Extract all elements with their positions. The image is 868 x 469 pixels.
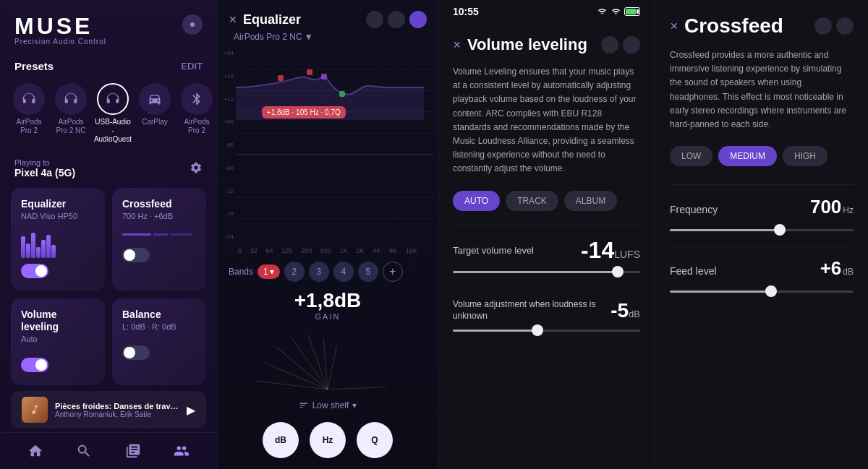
cross-feed-section: Feed level +6dB — [655, 250, 868, 304]
preset-item[interactable]: CarPlay — [137, 83, 173, 144]
preset-item[interactable]: AirPods Pro 2 — [11, 83, 47, 144]
preset-icon-3[interactable] — [139, 83, 171, 115]
preset-icon-2[interactable] — [97, 83, 129, 115]
vol-mode-auto[interactable]: AUTO — [453, 191, 500, 211]
gain-value: +1,8dB — [218, 289, 438, 312]
freq-label: Frequency — [670, 204, 718, 215]
preset-icon-0[interactable] — [13, 83, 45, 115]
band-5-btn[interactable]: 5 — [358, 262, 378, 282]
band-3-btn[interactable]: 3 — [309, 262, 329, 282]
unknown-slider[interactable] — [453, 330, 640, 332]
cross-panel: ✕ Crossfeed Crossfeed provides a more au… — [655, 0, 868, 469]
bands-row: Bands 1 ▾ 2 3 4 5 + — [218, 258, 438, 285]
band-4-btn[interactable]: 4 — [333, 262, 354, 282]
battery-icon — [624, 7, 640, 16]
edit-button[interactable]: EDIT — [181, 61, 203, 72]
nav-library[interactable] — [119, 440, 148, 462]
vol-ctrl-dot-1[interactable] — [601, 36, 618, 53]
svg-line-14 — [276, 340, 328, 390]
feed-thumb[interactable] — [765, 285, 777, 297]
preset-item[interactable]: AirPods Pro 2 NC — [53, 83, 89, 144]
filter-type-arrow[interactable]: ▾ — [352, 400, 357, 410]
cross-panel-title: Crossfeed — [684, 14, 783, 38]
preset-icon-4[interactable] — [181, 83, 213, 115]
vol-card[interactable]: Volume leveling Auto — [11, 298, 105, 385]
cross-mode-low[interactable]: LOW — [670, 146, 712, 166]
crossfeed-card[interactable]: Crossfeed 700 Hz · +6dB — [112, 188, 206, 291]
signal-icon — [597, 7, 608, 16]
presets-label: Presets — [14, 60, 54, 72]
unknown-thumb[interactable] — [532, 324, 543, 336]
band-add-btn[interactable]: + — [383, 262, 403, 282]
svg-rect-9 — [307, 69, 312, 75]
svg-line-23 — [328, 369, 385, 390]
band-2-btn[interactable]: 2 — [284, 262, 305, 282]
cross-card-visual — [122, 228, 196, 242]
vol-divider-2 — [453, 288, 640, 288]
cross-card-subtitle: 700 Hz · +6dB — [122, 212, 196, 220]
eq-close-button[interactable]: ✕ — [229, 14, 237, 25]
freq-slider[interactable] — [670, 229, 854, 231]
svg-line-22 — [328, 359, 386, 390]
play-button[interactable]: ▶ — [187, 403, 195, 417]
cross-description: Crossfeed provides a more authentic and … — [655, 48, 868, 146]
equalizer-card[interactable]: Equalizer NAD Viso HP50 — [11, 188, 105, 291]
cross-freq-section: Frequency 700Hz — [655, 189, 868, 242]
unknown-label-row: Volume adjustment when loudness is unkno… — [453, 299, 640, 322]
vol-toggle[interactable] — [21, 358, 48, 372]
cross-close-button[interactable]: ✕ — [670, 20, 678, 32]
preset-item[interactable]: AirPods Pro 2 — [179, 83, 215, 144]
settings-button[interactable] — [182, 14, 203, 35]
nav-home[interactable] — [21, 440, 50, 462]
eq-toggle[interactable] — [21, 264, 48, 278]
target-value: -14LUFS — [581, 237, 640, 264]
feed-fill — [670, 291, 771, 293]
feed-value-display: +6dB — [820, 257, 854, 280]
balance-toggle[interactable] — [122, 345, 150, 360]
svg-line-20 — [256, 369, 328, 390]
track-thumbnail — [22, 397, 48, 423]
vol-close-button[interactable]: ✕ — [453, 39, 461, 51]
svg-rect-8 — [278, 75, 284, 81]
eq-hz-btn[interactable]: Hz — [310, 422, 346, 458]
svg-line-18 — [315, 345, 349, 390]
band-1-dropdown[interactable]: 1 ▾ — [258, 264, 280, 279]
cross-mode-medium[interactable]: MEDIUM — [718, 146, 777, 166]
eq-ctrl-dot-2[interactable] — [388, 11, 405, 28]
nav-search[interactable] — [69, 440, 98, 462]
eq-ctrl-dot-1[interactable] — [366, 11, 383, 28]
target-slider[interactable] — [453, 271, 640, 273]
vol-card-subtitle: Auto — [21, 335, 95, 343]
balance-card-title: Balance — [122, 309, 196, 321]
wifi-icon — [610, 7, 621, 16]
vol-mode-track[interactable]: TRACK — [506, 191, 558, 211]
vol-ctrl-dot-2[interactable] — [623, 36, 640, 53]
device-settings-button[interactable] — [190, 161, 203, 176]
track-title: Pièces froides: Danses de travers 1 — [55, 402, 179, 410]
cross-ctrl-dot-1[interactable] — [814, 17, 832, 35]
preset-item-active[interactable]: USB-Audio - AudioQuest — [95, 83, 131, 144]
cross-mode-high[interactable]: HIGH — [783, 146, 827, 166]
feed-slider[interactable] — [670, 291, 854, 293]
eq-db-btn[interactable]: dB — [263, 422, 299, 458]
svg-line-12 — [256, 352, 328, 390]
now-playing: Pièces froides: Danses de travers 1 Anth… — [11, 391, 206, 429]
eq-toggle-knob — [35, 265, 47, 277]
cross-toggle[interactable] — [122, 248, 150, 262]
cross-ctrl-dot-2[interactable] — [836, 17, 854, 35]
vol-mode-album[interactable]: ALBUM — [564, 191, 617, 211]
eq-ctrl-dot-3[interactable] — [409, 11, 427, 28]
presets-section: Presets EDIT — [0, 53, 217, 79]
eq-chart-area — [236, 48, 434, 242]
balance-card[interactable]: Balance L: 0dB · R: 0dB — [112, 298, 206, 385]
nav-audio[interactable] — [167, 440, 196, 462]
target-thumb[interactable] — [612, 266, 624, 277]
freq-thumb[interactable] — [774, 224, 786, 236]
eq-panel: ✕ Equalizer AirPods Pro 2 NC ▼ — [217, 0, 438, 469]
cross-panel-controls — [814, 17, 854, 35]
preset-icon-1[interactable] — [55, 83, 87, 115]
eq-q-btn[interactable]: Q — [357, 422, 393, 458]
track-artist: Anthony Romaniuk, Erik Satie — [55, 410, 179, 418]
eq-grid-svg — [236, 48, 434, 242]
app-name: MUSE — [14, 14, 106, 38]
